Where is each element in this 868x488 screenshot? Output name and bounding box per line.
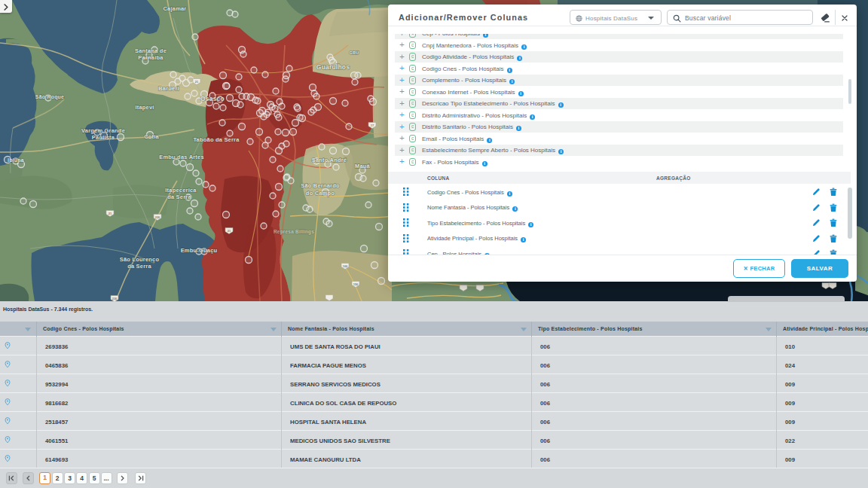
svg-text:21: 21 [108,212,112,215]
svg-text:Represa Billings: Represa Billings [274,229,314,235]
svg-text:Guarulhos: Guarulhos [316,63,350,71]
svg-text:GRU: GRU [350,50,359,55]
svg-text:Barueri: Barueri [158,85,179,92]
svg-text:Osasco: Osasco [200,95,225,102]
svg-text:Embu das Artes: Embu das Artes [159,154,204,160]
svg-text:150: 150 [353,282,359,286]
svg-text:Cotia: Cotia [144,133,159,140]
svg-text:Cajamar: Cajamar [163,5,186,12]
svg-text:São Roque: São Roque [35,94,64,100]
svg-text:21: 21 [228,229,231,233]
svg-text:Embu-Guaçu: Embu-Guaçu [181,247,218,254]
svg-text:Parnaíba: Parnaíba [138,54,164,61]
svg-text:100: 100 [343,264,348,268]
svg-text:Santana de: Santana de [135,47,167,54]
svg-text:da Serra: da Serra [127,263,151,270]
svg-text:Mauá: Mauá [355,163,371,169]
svg-text:21: 21 [195,80,199,84]
svg-text:Taboão da Serra: Taboão da Serra [193,136,240,143]
svg-text:da Serra: da Serra [167,194,191,200]
svg-text:220: 220 [155,215,160,219]
svg-text:Vargem Grande: Vargem Grande [81,127,125,134]
svg-text:Santo André: Santo André [312,157,347,163]
svg-text:São Bernardo: São Bernardo [301,182,340,189]
svg-text:Itapevi: Itapevi [135,104,154,111]
svg-text:17: 17 [371,124,374,127]
svg-text:230: 230 [112,297,118,300]
svg-text:do Campo: do Campo [306,190,335,197]
svg-text:Paulista: Paulista [92,134,115,141]
svg-text:São Lourenço: São Lourenço [120,256,160,263]
svg-text:Itapecerica: Itapecerica [165,187,197,194]
svg-text:Ibiúna: Ibiúna [8,157,24,163]
